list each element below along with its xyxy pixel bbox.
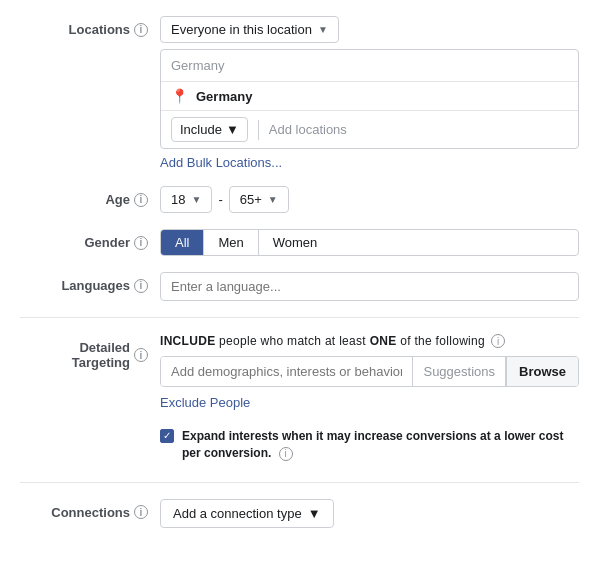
expand-interests-checkbox[interactable]: ✓: [160, 429, 174, 443]
include-label-text: Include: [180, 122, 222, 137]
location-search-text: Germany: [161, 50, 578, 82]
age-label: Age i: [20, 186, 160, 207]
languages-label: Languages i: [20, 272, 160, 293]
languages-row: Languages i: [20, 272, 579, 301]
age-controls: 18 ▼ - 65+ ▼: [160, 186, 579, 213]
location-item: 📍 Germany: [161, 82, 578, 110]
add-connection-type-btn[interactable]: Add a connection type ▼: [160, 499, 334, 528]
connections-label: Connections i: [20, 499, 160, 520]
detailed-targeting-info-icon[interactable]: i: [134, 348, 148, 362]
detailed-targeting-row: Detailed Targeting i INCLUDE people who …: [20, 334, 579, 466]
dropdown-arrow-icon: ▼: [318, 24, 328, 35]
locations-row: Locations i Everyone in this location ▼ …: [20, 16, 579, 170]
languages-content: [160, 272, 579, 301]
targeting-search-box: Suggestions Browse: [160, 356, 579, 387]
locations-label-text: Locations: [69, 22, 130, 37]
connections-row: Connections i Add a connection type ▼: [20, 499, 579, 528]
age-info-icon[interactable]: i: [134, 193, 148, 207]
age-min-arrow-icon: ▼: [191, 194, 201, 205]
check-icon: ✓: [163, 431, 171, 441]
exclude-people-link[interactable]: Exclude People: [160, 395, 250, 410]
connections-label-text: Connections: [51, 505, 130, 520]
targeting-info-icon[interactable]: i: [491, 334, 505, 348]
section-divider-2: [20, 482, 579, 483]
detailed-targeting-content: INCLUDE people who match at least ONE of…: [160, 334, 579, 466]
targeting-info-row: INCLUDE people who match at least ONE of…: [160, 334, 579, 348]
gender-content: All Men Women: [160, 229, 579, 256]
gender-row: Gender i All Men Women: [20, 229, 579, 256]
detailed-targeting-label-text: Detailed Targeting: [20, 340, 130, 370]
add-locations-btn[interactable]: Add locations: [269, 122, 347, 137]
location-box: Germany 📍 Germany Include ▼ Add location…: [160, 49, 579, 149]
gender-button-group: All Men Women: [160, 229, 579, 256]
age-label-text: Age: [105, 192, 130, 207]
targeting-search-input[interactable]: [161, 357, 412, 386]
location-type-dropdown[interactable]: Everyone in this location ▼: [160, 16, 339, 43]
age-row: Age i 18 ▼ - 65+ ▼: [20, 186, 579, 213]
controls-divider: [258, 120, 259, 140]
age-min-dropdown[interactable]: 18 ▼: [160, 186, 212, 213]
include-dropdown-btn[interactable]: Include ▼: [171, 117, 248, 142]
location-type-label: Everyone in this location: [171, 22, 312, 37]
gender-label-text: Gender: [84, 235, 130, 250]
age-min-value: 18: [171, 192, 185, 207]
detailed-targeting-label: Detailed Targeting i: [20, 334, 160, 370]
connections-content: Add a connection type ▼: [160, 499, 579, 528]
expand-interests-info-icon[interactable]: i: [279, 447, 293, 461]
expand-interests-text: Expand interests when it may increase co…: [182, 428, 579, 462]
browse-btn[interactable]: Browse: [506, 357, 578, 386]
gender-women-btn[interactable]: Women: [259, 230, 332, 255]
age-max-dropdown[interactable]: 65+ ▼: [229, 186, 289, 213]
include-arrow-icon: ▼: [226, 122, 239, 137]
section-divider: [20, 317, 579, 318]
age-max-value: 65+: [240, 192, 262, 207]
location-pin-icon: 📍: [171, 88, 188, 104]
suggestions-btn[interactable]: Suggestions: [413, 357, 505, 386]
gender-all-btn[interactable]: All: [161, 230, 204, 255]
location-name-text: Germany: [196, 89, 252, 104]
age-max-arrow-icon: ▼: [268, 194, 278, 205]
targeting-info-text: INCLUDE people who match at least ONE of…: [160, 334, 485, 348]
connection-arrow-icon: ▼: [308, 506, 321, 521]
locations-info-icon[interactable]: i: [134, 23, 148, 37]
languages-label-text: Languages: [61, 278, 130, 293]
age-separator: -: [218, 192, 222, 207]
language-input[interactable]: [160, 272, 579, 301]
locations-content: Everyone in this location ▼ Germany 📍 Ge…: [160, 16, 579, 170]
audience-targeting-form: Locations i Everyone in this location ▼ …: [0, 0, 599, 560]
gender-label: Gender i: [20, 229, 160, 250]
languages-info-icon[interactable]: i: [134, 279, 148, 293]
expand-interests-row: ✓ Expand interests when it may increase …: [160, 420, 579, 466]
gender-info-icon[interactable]: i: [134, 236, 148, 250]
location-controls: Include ▼ Add locations: [161, 110, 578, 148]
age-content: 18 ▼ - 65+ ▼: [160, 186, 579, 213]
gender-men-btn[interactable]: Men: [204, 230, 258, 255]
connections-info-icon[interactable]: i: [134, 505, 148, 519]
locations-label: Locations i: [20, 16, 160, 37]
bulk-locations-link[interactable]: Add Bulk Locations...: [160, 155, 579, 170]
add-connection-label: Add a connection type: [173, 506, 302, 521]
